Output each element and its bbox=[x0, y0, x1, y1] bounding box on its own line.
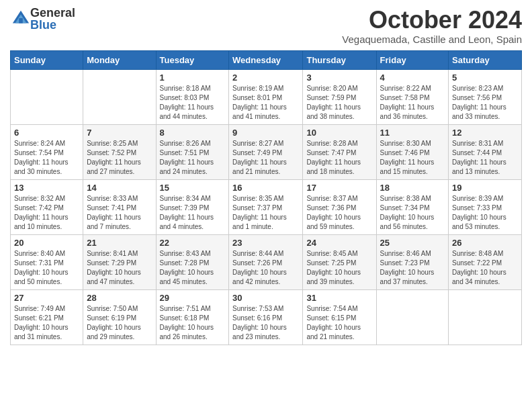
col-friday: Friday bbox=[376, 50, 448, 69]
table-row: 16 Sunrise: 8:35 AMSunset: 7:37 PMDaylig… bbox=[229, 179, 303, 234]
table-row: 14 Sunrise: 8:33 AMSunset: 7:41 PMDaylig… bbox=[83, 179, 156, 234]
day-number: 9 bbox=[232, 128, 299, 138]
table-row bbox=[449, 289, 522, 345]
table-row: 28 Sunrise: 7:50 AMSunset: 6:19 PMDaylig… bbox=[83, 289, 156, 345]
day-number: 12 bbox=[452, 128, 518, 138]
day-info: Sunrise: 8:24 AMSunset: 7:54 PMDaylight:… bbox=[14, 140, 69, 175]
calendar-week-row: 27 Sunrise: 7:49 AMSunset: 6:21 PMDaylig… bbox=[11, 289, 522, 345]
day-info: Sunrise: 8:19 AMSunset: 8:01 PMDaylight:… bbox=[232, 85, 287, 120]
svg-rect-2 bbox=[19, 18, 23, 23]
table-row bbox=[83, 69, 156, 124]
calendar-subtitle: Vegaquemada, Castille and Leon, Spain bbox=[342, 34, 522, 45]
day-number: 14 bbox=[87, 183, 152, 193]
logo-blue-text: Blue bbox=[30, 19, 75, 31]
table-row: 15 Sunrise: 8:34 AMSunset: 7:39 PMDaylig… bbox=[156, 179, 229, 234]
day-number: 21 bbox=[87, 238, 152, 248]
table-row: 24 Sunrise: 8:45 AMSunset: 7:25 PMDaylig… bbox=[303, 234, 376, 289]
calendar-week-row: 6 Sunrise: 8:24 AMSunset: 7:54 PMDayligh… bbox=[11, 124, 522, 179]
day-number: 2 bbox=[232, 73, 299, 83]
day-info: Sunrise: 8:30 AMSunset: 7:46 PMDaylight:… bbox=[380, 140, 435, 175]
table-row bbox=[376, 289, 448, 345]
day-info: Sunrise: 8:38 AMSunset: 7:34 PMDaylight:… bbox=[380, 195, 435, 230]
day-number: 28 bbox=[87, 293, 152, 303]
day-info: Sunrise: 8:25 AMSunset: 7:52 PMDaylight:… bbox=[87, 140, 141, 175]
table-row: 12 Sunrise: 8:31 AMSunset: 7:44 PMDaylig… bbox=[449, 124, 522, 179]
day-number: 25 bbox=[380, 238, 445, 248]
day-number: 13 bbox=[14, 183, 79, 193]
day-info: Sunrise: 8:31 AMSunset: 7:44 PMDaylight:… bbox=[452, 140, 506, 175]
day-info: Sunrise: 7:51 AMSunset: 6:18 PMDaylight:… bbox=[160, 305, 214, 340]
day-number: 1 bbox=[160, 73, 226, 83]
day-info: Sunrise: 8:34 AMSunset: 7:39 PMDaylight:… bbox=[160, 195, 214, 230]
day-number: 29 bbox=[160, 293, 226, 303]
day-number: 24 bbox=[306, 238, 372, 248]
day-number: 16 bbox=[232, 183, 299, 193]
day-info: Sunrise: 8:48 AMSunset: 7:22 PMDaylight:… bbox=[452, 250, 506, 285]
day-info: Sunrise: 8:37 AMSunset: 7:36 PMDaylight:… bbox=[306, 195, 361, 230]
logo-text: General Blue bbox=[30, 7, 75, 31]
logo: General Blue bbox=[10, 7, 75, 31]
day-number: 3 bbox=[306, 73, 372, 83]
day-number: 27 bbox=[14, 293, 79, 303]
table-row: 18 Sunrise: 8:38 AMSunset: 7:34 PMDaylig… bbox=[376, 179, 448, 234]
day-number: 15 bbox=[160, 183, 226, 193]
calendar-week-row: 1 Sunrise: 8:18 AMSunset: 8:03 PMDayligh… bbox=[11, 69, 522, 124]
day-number: 26 bbox=[452, 238, 518, 248]
day-info: Sunrise: 7:54 AMSunset: 6:15 PMDaylight:… bbox=[306, 305, 361, 340]
day-info: Sunrise: 8:35 AMSunset: 7:37 PMDaylight:… bbox=[232, 195, 287, 230]
col-tuesday: Tuesday bbox=[156, 50, 229, 69]
day-number: 5 bbox=[452, 73, 518, 83]
day-number: 30 bbox=[232, 293, 299, 303]
table-row: 25 Sunrise: 8:46 AMSunset: 7:23 PMDaylig… bbox=[376, 234, 448, 289]
day-info: Sunrise: 8:22 AMSunset: 7:58 PMDaylight:… bbox=[380, 85, 435, 120]
day-info: Sunrise: 8:27 AMSunset: 7:49 PMDaylight:… bbox=[232, 140, 287, 175]
table-row: 5 Sunrise: 8:23 AMSunset: 7:56 PMDayligh… bbox=[449, 69, 522, 124]
table-row: 1 Sunrise: 8:18 AMSunset: 8:03 PMDayligh… bbox=[156, 69, 229, 124]
title-block: October 2024 Vegaquemada, Castille and L… bbox=[342, 7, 522, 45]
day-number: 10 bbox=[306, 128, 372, 138]
table-row: 22 Sunrise: 8:43 AMSunset: 7:28 PMDaylig… bbox=[156, 234, 229, 289]
day-info: Sunrise: 8:18 AMSunset: 8:03 PMDaylight:… bbox=[160, 85, 214, 120]
table-row: 17 Sunrise: 8:37 AMSunset: 7:36 PMDaylig… bbox=[303, 179, 376, 234]
header: General Blue October 2024 Vegaquemada, C… bbox=[10, 7, 522, 45]
calendar-table: Sunday Monday Tuesday Wednesday Thursday… bbox=[10, 50, 522, 345]
day-info: Sunrise: 7:53 AMSunset: 6:16 PMDaylight:… bbox=[232, 305, 287, 340]
col-monday: Monday bbox=[83, 50, 156, 69]
table-row: 3 Sunrise: 8:20 AMSunset: 7:59 PMDayligh… bbox=[303, 69, 376, 124]
table-row: 30 Sunrise: 7:53 AMSunset: 6:16 PMDaylig… bbox=[229, 289, 303, 345]
day-info: Sunrise: 8:20 AMSunset: 7:59 PMDaylight:… bbox=[306, 85, 361, 120]
table-row: 2 Sunrise: 8:19 AMSunset: 8:01 PMDayligh… bbox=[229, 69, 303, 124]
table-row: 19 Sunrise: 8:39 AMSunset: 7:33 PMDaylig… bbox=[449, 179, 522, 234]
calendar-title: October 2024 bbox=[342, 7, 522, 34]
table-row: 10 Sunrise: 8:28 AMSunset: 7:47 PMDaylig… bbox=[303, 124, 376, 179]
calendar-week-row: 20 Sunrise: 8:40 AMSunset: 7:31 PMDaylig… bbox=[11, 234, 522, 289]
day-info: Sunrise: 8:44 AMSunset: 7:26 PMDaylight:… bbox=[232, 250, 287, 285]
calendar-week-row: 13 Sunrise: 8:32 AMSunset: 7:42 PMDaylig… bbox=[11, 179, 522, 234]
col-wednesday: Wednesday bbox=[229, 50, 303, 69]
day-number: 23 bbox=[232, 238, 299, 248]
day-info: Sunrise: 8:28 AMSunset: 7:47 PMDaylight:… bbox=[306, 140, 361, 175]
day-number: 11 bbox=[380, 128, 445, 138]
day-number: 19 bbox=[452, 183, 518, 193]
day-number: 7 bbox=[87, 128, 152, 138]
logo-general-text: General bbox=[30, 7, 75, 19]
day-info: Sunrise: 7:50 AMSunset: 6:19 PMDaylight:… bbox=[87, 305, 141, 340]
day-number: 20 bbox=[14, 238, 79, 248]
day-number: 18 bbox=[380, 183, 445, 193]
table-row: 21 Sunrise: 8:41 AMSunset: 7:29 PMDaylig… bbox=[83, 234, 156, 289]
day-number: 17 bbox=[306, 183, 372, 193]
day-number: 22 bbox=[160, 238, 226, 248]
table-row bbox=[11, 69, 83, 124]
day-info: Sunrise: 8:43 AMSunset: 7:28 PMDaylight:… bbox=[160, 250, 214, 285]
table-row: 20 Sunrise: 8:40 AMSunset: 7:31 PMDaylig… bbox=[11, 234, 83, 289]
day-number: 31 bbox=[306, 293, 372, 303]
table-row: 11 Sunrise: 8:30 AMSunset: 7:46 PMDaylig… bbox=[376, 124, 448, 179]
table-row: 27 Sunrise: 7:49 AMSunset: 6:21 PMDaylig… bbox=[11, 289, 83, 345]
col-sunday: Sunday bbox=[11, 50, 83, 69]
day-info: Sunrise: 8:40 AMSunset: 7:31 PMDaylight:… bbox=[14, 250, 69, 285]
day-info: Sunrise: 8:23 AMSunset: 7:56 PMDaylight:… bbox=[452, 85, 506, 120]
table-row: 7 Sunrise: 8:25 AMSunset: 7:52 PMDayligh… bbox=[83, 124, 156, 179]
page: General Blue October 2024 Vegaquemada, C… bbox=[0, 0, 532, 355]
col-thursday: Thursday bbox=[303, 50, 376, 69]
table-row: 8 Sunrise: 8:26 AMSunset: 7:51 PMDayligh… bbox=[156, 124, 229, 179]
